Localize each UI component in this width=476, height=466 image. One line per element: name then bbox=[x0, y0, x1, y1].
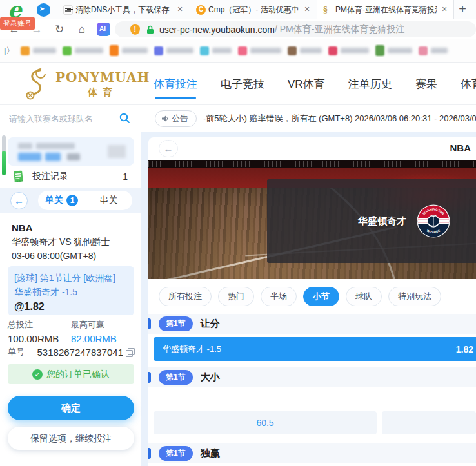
sub-header: 公告 -前5轮大小) 赔率错误，所有在 (GMT+8) 2026/03/06 0… bbox=[0, 105, 476, 132]
bookmark-item[interactable] bbox=[288, 46, 322, 55]
slip-back-button[interactable]: ← bbox=[10, 192, 28, 209]
filter-team[interactable]: 球队 bbox=[346, 287, 382, 306]
bookmarks-bar: |〉 bbox=[0, 39, 476, 63]
filter-quarter[interactable]: 小节 bbox=[303, 287, 339, 306]
section-accent-bar bbox=[148, 318, 151, 329]
browser-tab-cmp[interactable]: Cmp（冠军）- 活动优惠中 × bbox=[190, 0, 316, 19]
bookmark-item[interactable] bbox=[328, 46, 369, 55]
nav-bet-history[interactable]: 注单历史 bbox=[348, 64, 392, 104]
tab-single-bet[interactable]: 单关 1 bbox=[38, 195, 85, 206]
bet-mode-toggle: 单关 1 串关 bbox=[38, 191, 132, 210]
slip-mode-row: ← 单关 1 串关 bbox=[0, 188, 141, 213]
bookmark-item[interactable] bbox=[63, 46, 103, 55]
browser-tab-dns[interactable]: 清除DNS小工具，下载保存 × bbox=[57, 0, 189, 19]
section-accent-bar bbox=[148, 448, 151, 459]
ai-assistant-icon[interactable] bbox=[97, 23, 110, 36]
close-tab-icon[interactable]: × bbox=[302, 5, 312, 15]
filter-special[interactable]: 特别玩法 bbox=[388, 287, 441, 306]
site-header: PONYMUAH 体育 体育投注 电子竞技 VR体育 注单历史 赛果 体育竞猜 bbox=[0, 63, 476, 105]
slip-selection-box[interactable]: [滚球] 第1节让分 [欧洲盘] 华盛顿奇才 -1.5 @1.82 bbox=[8, 266, 134, 315]
match-panel-header: ← NBA bbox=[148, 137, 476, 160]
filter-popular[interactable]: 热门 bbox=[218, 287, 254, 306]
site-logo[interactable]: PONYMUAH 体育 bbox=[22, 68, 150, 100]
match-banner-image: 华盛顿奇才 bbox=[148, 160, 476, 279]
search-icon[interactable] bbox=[119, 113, 130, 124]
site-warning-icon[interactable] bbox=[130, 24, 140, 35]
bet-records-row[interactable]: 投注记录 1 bbox=[0, 166, 141, 188]
login-account-tooltip: 登录账号 bbox=[0, 17, 35, 30]
panel-back-button[interactable]: ← bbox=[159, 140, 178, 157]
bookmarks-collapse-icon[interactable]: |〉 bbox=[4, 45, 14, 57]
announcement-pill[interactable]: 公告 bbox=[155, 110, 197, 127]
tab-favicon-cmp bbox=[196, 5, 206, 15]
browser-tab-pm-active[interactable]: § PM体育-亚洲在线体育竞猜投注 × bbox=[317, 0, 454, 19]
receipt-icon bbox=[12, 170, 26, 184]
nav-sports-betting[interactable]: 体育投注 bbox=[154, 64, 197, 104]
totals-line-value: 60.5 bbox=[256, 418, 273, 428]
single-bet-count-badge: 1 bbox=[66, 195, 78, 206]
max-win-value: 82.00RMB bbox=[71, 333, 134, 344]
bookmark-item[interactable] bbox=[154, 46, 193, 55]
section-title-moneyline: 独赢 bbox=[201, 447, 220, 460]
section-title-totals: 大小 bbox=[201, 371, 220, 383]
nav-results[interactable]: 赛果 bbox=[415, 64, 437, 104]
nav-esports[interactable]: 电子竞技 bbox=[221, 64, 264, 104]
search-input[interactable] bbox=[9, 114, 119, 124]
bookmark-item[interactable] bbox=[419, 46, 448, 55]
filter-half[interactable]: 半场 bbox=[261, 287, 297, 306]
order-number-value: 5318267247837041 bbox=[37, 347, 123, 358]
quarter-badge: 第1节 bbox=[159, 370, 193, 385]
home-team-name: 华盛顿奇才 bbox=[358, 215, 406, 228]
confirm-button[interactable]: 确定 bbox=[8, 396, 134, 420]
announcement-bar: 公告 -前5轮大小) 赔率错误，所有在 (GMT+8) 2026/03/06 0… bbox=[155, 105, 476, 132]
betslip-sidebar: 投注记录 1 ← 单关 1 串关 NBA 华盛顿奇才 VS 犹他爵士 03-06… bbox=[0, 132, 141, 466]
quarter-badge: 第1节 bbox=[159, 316, 193, 331]
announcement-text: -前5轮大小) 赔率错误，所有在 (GMT+8) 2026/03/06 06:2… bbox=[203, 113, 476, 124]
bet-option-handicap-selected[interactable]: 华盛顿奇才 -1.5 1.82 bbox=[154, 337, 476, 361]
ad-boards bbox=[148, 160, 476, 168]
bookmark-item[interactable] bbox=[21, 46, 56, 55]
browser-address-bar: ← → ↻ ⌂ user-pc-new.youbaokun.com / PM体育… bbox=[0, 19, 476, 39]
user-account-card[interactable] bbox=[8, 137, 134, 166]
bookmark-item[interactable] bbox=[110, 45, 148, 56]
new-tab-button[interactable]: + bbox=[454, 1, 471, 18]
bet-records-label: 投注记录 bbox=[32, 171, 68, 182]
slip-bet-type: [滚球] 第1节让分 [欧洲盘] bbox=[14, 273, 128, 284]
slip-match-teams: 华盛顿奇才 VS 犹他爵士 bbox=[12, 237, 110, 248]
league-title: NBA bbox=[450, 142, 471, 153]
logo-subtitle: 体育 bbox=[55, 86, 150, 99]
max-win-label: 最高可赢 bbox=[71, 319, 134, 331]
keep-selections-button[interactable]: 保留选项，继续投注 bbox=[8, 427, 134, 450]
copy-icon[interactable] bbox=[126, 348, 134, 356]
market-filter-tabs: 所有投注 热门 半场 小节 球队 特别玩法 bbox=[159, 287, 441, 306]
messenger-icon[interactable] bbox=[37, 3, 50, 17]
tab-favicon-dns bbox=[63, 5, 73, 15]
order-number-label: 单号 bbox=[8, 346, 25, 358]
filter-all-bets[interactable]: 所有投注 bbox=[159, 287, 212, 306]
bookmark-item[interactable] bbox=[238, 46, 281, 55]
close-tab-icon[interactable]: × bbox=[439, 5, 450, 15]
totals-line-row: 60.5 bbox=[154, 411, 476, 434]
logo-name: PONYMUAH bbox=[55, 70, 150, 85]
bookmark-item[interactable] bbox=[375, 45, 412, 56]
bookmark-item[interactable] bbox=[200, 46, 232, 55]
browser-tab-bar: e 登录账号 清除DNS小工具，下载保存 × Cmp（冠军）- 活动优惠中 × … bbox=[0, 0, 476, 19]
speaker-icon bbox=[161, 115, 169, 122]
url-field[interactable]: user-pc-new.youbaokun.com / PM体育-亚洲在线体育竞… bbox=[115, 21, 476, 37]
section-header-moneyline: 第1节 独赢 bbox=[148, 443, 476, 463]
bet-records-count: 1 bbox=[123, 171, 128, 182]
ponymuah-logo-icon bbox=[22, 68, 50, 100]
totals-empty-cell[interactable] bbox=[382, 411, 476, 434]
slip-totals: 总投注 100.00RMB 最高可赢 82.00RMB bbox=[8, 319, 134, 344]
nav-sports-quiz[interactable]: 体育竞猜 bbox=[461, 64, 476, 104]
sidebar-scrollbar[interactable] bbox=[2, 135, 6, 175]
bet-option-odds: 1.82 bbox=[456, 344, 473, 354]
totals-line-cell[interactable]: 60.5 bbox=[154, 411, 377, 434]
tab-title: 清除DNS小工具，下载保存 bbox=[75, 5, 172, 15]
home-icon[interactable]: ⌂ bbox=[74, 22, 90, 37]
close-tab-icon[interactable]: × bbox=[175, 5, 185, 15]
wizards-team-logo: WASHINGTON WIZARDS bbox=[417, 204, 450, 238]
refresh-icon[interactable]: ↻ bbox=[51, 22, 68, 37]
nav-vr-sports[interactable]: VR体育 bbox=[288, 64, 325, 104]
tab-parlay-bet[interactable]: 串关 bbox=[85, 195, 132, 206]
